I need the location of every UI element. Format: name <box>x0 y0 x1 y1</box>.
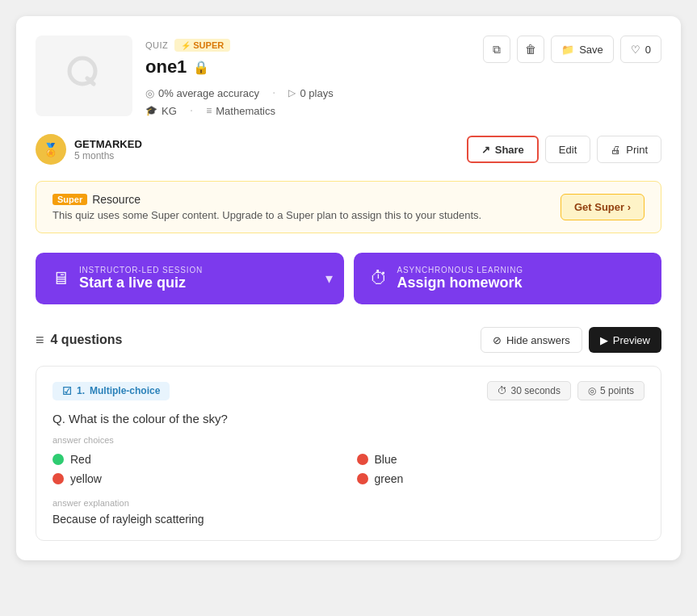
questions-count: ≡ 4 questions <box>36 332 122 349</box>
author-details: GETMARKED 5 months <box>74 138 142 161</box>
super-title: Super Resource <box>52 193 481 206</box>
answer-dot-3 <box>52 473 64 484</box>
grade-icon: 🎓 <box>145 105 157 116</box>
quiz-meta: ◎ 0% average accuracy · ▷ 0 plays 🎓 KG <box>145 86 334 118</box>
print-button[interactable]: 🖨 Print <box>597 136 661 163</box>
questions-icon: ≡ <box>36 332 44 349</box>
answer-dot-1 <box>52 454 64 465</box>
super-resource-banner: Super Resource This quiz uses some Super… <box>36 181 661 233</box>
author-info: 🏅 GETMARKED 5 months <box>36 134 142 165</box>
plays-item: ▷ 0 plays <box>288 87 333 99</box>
share-button[interactable]: ↗ Share <box>467 136 539 163</box>
checkbox-icon: ☑ <box>62 385 72 397</box>
answer-item-2: Blue <box>357 453 645 466</box>
quiz-header: QUIZ SUPER one1 🔒 ◎ 0% average accuracy … <box>36 36 661 118</box>
save-button[interactable]: 📁 Save <box>551 36 614 63</box>
answer-grid: Red Blue yellow green <box>52 453 645 485</box>
meta-dot-2: · <box>190 103 193 118</box>
homework-label: ASYNCHRONOUS LEARNING <box>397 266 523 274</box>
answer-item-1: Red <box>52 453 341 466</box>
hide-answers-button[interactable]: ⊘ Hide answers <box>481 327 582 353</box>
homework-title: Assign homework <box>397 274 523 291</box>
questions-actions: ⊘ Hide answers ▶ Preview <box>481 327 661 353</box>
author-name: GETMARKED <box>74 138 142 150</box>
question-type-badge: ☑ 1. Multiple-choice <box>52 382 170 400</box>
quiz-type-row: QUIZ SUPER <box>145 39 334 52</box>
question-card: ☑ 1. Multiple-choice ⏱ 30 seconds ◎ 5 po… <box>36 366 661 541</box>
homework-icon: ⏱ <box>370 268 388 289</box>
question-meta-badges: ⏱ 30 seconds ◎ 5 points <box>487 381 645 400</box>
question-text: Q. What is the colour of the sky? <box>52 412 645 425</box>
author-time: 5 months <box>74 150 142 161</box>
questions-header: ≡ 4 questions ⊘ Hide answers ▶ Preview <box>36 327 661 353</box>
target-icon: ◎ <box>588 385 596 396</box>
super-badge: SUPER <box>174 39 230 52</box>
meta-dot-1: · <box>272 86 275 100</box>
quiz-left: QUIZ SUPER one1 🔒 ◎ 0% average accuracy … <box>36 36 334 118</box>
quiz-type-label: QUIZ <box>145 40 168 50</box>
lock-icon: 🔒 <box>193 60 209 75</box>
answer-dot-4 <box>357 473 368 484</box>
accuracy-icon: ◎ <box>145 87 154 99</box>
answer-dot-2 <box>357 454 368 465</box>
plays-icon: ▷ <box>288 87 296 98</box>
question-number: 1. <box>77 385 85 396</box>
quiz-header-actions: ⧉ 🗑 📁 Save ♡ 0 <box>483 36 661 63</box>
accuracy-item: ◎ 0% average accuracy <box>145 87 259 99</box>
quiz-thumbnail <box>36 36 132 116</box>
dropdown-icon: ▾ <box>325 270 333 287</box>
answer-explanation-label: answer explanation <box>52 498 645 508</box>
preview-button[interactable]: ▶ Preview <box>589 327 661 353</box>
quiz-info: QUIZ SUPER one1 🔒 ◎ 0% average accuracy … <box>145 36 334 118</box>
live-quiz-text: INSTRUCTOR-LED SESSION Start a live quiz <box>79 266 203 291</box>
answer-text-3: yellow <box>70 472 102 485</box>
start-live-quiz-button[interactable]: 🖥 INSTRUCTOR-LED SESSION Start a live qu… <box>36 253 344 304</box>
subject-icon: ≡ <box>206 105 212 116</box>
homework-text: ASYNCHRONOUS LEARNING Assign homework <box>397 266 523 291</box>
answer-text-4: green <box>375 472 404 485</box>
super-description: This quiz uses some Super content. Upgra… <box>52 209 481 221</box>
question-type-label: Multiple-choice <box>90 385 160 396</box>
heart-icon: ♡ <box>631 44 640 56</box>
grade-item: 🎓 KG <box>145 105 177 117</box>
assign-homework-button[interactable]: ⏱ ASYNCHRONOUS LEARNING Assign homework <box>354 253 662 304</box>
avatar: 🏅 <box>36 134 66 165</box>
super-title-text: Resource <box>92 193 141 206</box>
answer-text-2: Blue <box>375 453 397 466</box>
live-quiz-icon: 🖥 <box>52 268 69 289</box>
edit-button[interactable]: Edit <box>545 136 590 163</box>
time-badge: ⏱ 30 seconds <box>487 381 571 400</box>
save-icon: 📁 <box>561 44 574 56</box>
meta-row-2: 🎓 KG · ≡ Mathematics <box>145 103 334 118</box>
like-button[interactable]: ♡ 0 <box>620 36 661 63</box>
thumbnail-icon <box>60 52 108 100</box>
super-banner-left: Super Resource This quiz uses some Super… <box>52 193 481 221</box>
points-badge: ◎ 5 points <box>577 381 645 400</box>
quiz-title: one1 🔒 <box>145 57 334 78</box>
delete-button[interactable]: 🗑 <box>517 36 544 63</box>
answer-item-4: green <box>357 472 645 485</box>
preview-icon: ▶ <box>600 334 608 346</box>
answer-text-1: Red <box>70 453 91 466</box>
subject-item: ≡ Mathematics <box>206 105 275 117</box>
session-buttons: 🖥 INSTRUCTOR-LED SESSION Start a live qu… <box>36 253 661 304</box>
live-quiz-title: Start a live quiz <box>79 274 186 291</box>
author-actions: ↗ Share Edit 🖨 Print <box>467 136 661 163</box>
super-title-badge: Super <box>52 194 87 205</box>
hide-answers-icon: ⊘ <box>493 334 502 346</box>
answer-explanation: Because of rayleigh scattering <box>52 513 645 526</box>
share-icon: ↗ <box>481 144 490 156</box>
answer-item-3: yellow <box>52 472 341 485</box>
answer-choices-label: answer choices <box>52 435 645 445</box>
get-super-button[interactable]: Get Super › <box>561 194 645 220</box>
question-card-header: ☑ 1. Multiple-choice ⏱ 30 seconds ◎ 5 po… <box>52 381 645 400</box>
author-row: 🏅 GETMARKED 5 months ↗ Share Edit 🖨 Prin… <box>36 134 661 165</box>
live-quiz-label: INSTRUCTOR-LED SESSION <box>79 266 203 274</box>
clock-icon: ⏱ <box>498 385 507 396</box>
meta-row-1: ◎ 0% average accuracy · ▷ 0 plays <box>145 86 334 100</box>
main-container: QUIZ SUPER one1 🔒 ◎ 0% average accuracy … <box>16 16 681 560</box>
copy-button[interactable]: ⧉ <box>483 36 510 63</box>
print-icon: 🖨 <box>611 144 621 156</box>
